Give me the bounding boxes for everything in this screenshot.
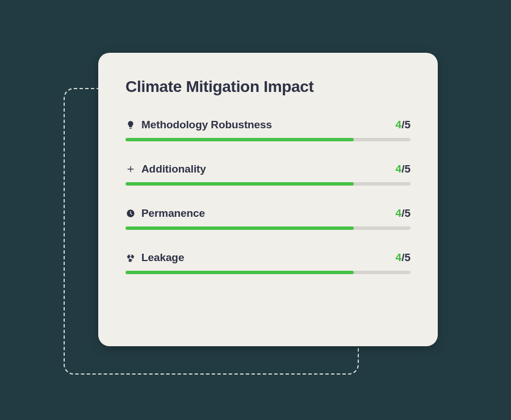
card-title: Climate Mitigation Impact [125,78,411,96]
metric-left: Leakage [125,251,184,264]
metric-left: Methodology Robustness [125,119,272,131]
metric-row: Methodology Robustness 4/5 [125,119,411,141]
score-value: 4 [396,119,402,131]
progress-fill [125,138,354,141]
score-value: 4 [396,207,402,220]
score-denom: /5 [401,163,411,175]
metric-header: Methodology Robustness 4/5 [125,119,411,131]
plus-icon [125,164,136,174]
progress-track [125,271,411,274]
score-value: 4 [396,251,402,264]
metric-label: Additionality [141,163,206,175]
metric-row: Additionality 4/5 [125,163,411,186]
metric-label: Leakage [141,251,184,264]
recycle-icon [125,253,136,263]
progress-track [125,138,411,141]
metric-left: Permanence [125,207,205,220]
metric-header: Leakage 4/5 [125,251,411,264]
score-denom: /5 [401,119,411,131]
score-value: 4 [396,163,402,175]
metric-left: Additionality [125,163,206,175]
progress-track [125,226,411,230]
metric-score: 4/5 [396,207,411,220]
metric-header: Permanence 4/5 [125,207,411,220]
score-denom: /5 [401,251,411,264]
lightbulb-icon [125,120,136,130]
metric-row: Permanence 4/5 [125,207,411,230]
metric-label: Permanence [141,207,205,220]
clock-icon [125,208,136,219]
progress-track [125,182,411,186]
score-denom: /5 [401,207,411,220]
metric-score: 4/5 [396,251,411,264]
metric-score: 4/5 [396,119,411,131]
progress-fill [125,226,354,230]
progress-fill [125,182,354,186]
metric-score: 4/5 [396,163,411,175]
metric-header: Additionality 4/5 [125,163,411,175]
metric-row: Leakage 4/5 [125,251,411,274]
impact-card: Climate Mitigation Impact Methodology Ro… [98,53,438,346]
progress-fill [125,271,354,274]
metric-label: Methodology Robustness [141,119,272,131]
